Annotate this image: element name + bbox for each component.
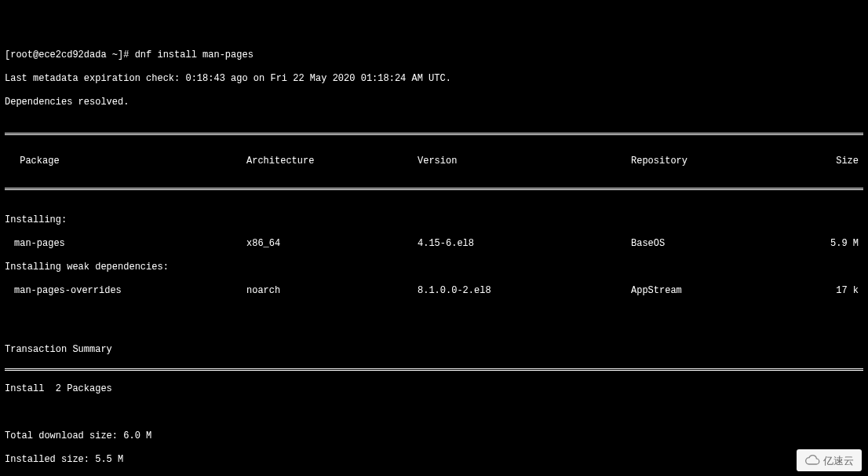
pkg-name: man-pages-overrides (5, 285, 246, 297)
blank-line (5, 320, 863, 332)
package-row: man-pages x86_64 4.15-6.el8 BaseOS 5.9 M (5, 238, 863, 250)
col-architecture: Architecture (246, 156, 418, 167)
package-row: man-pages-overrides noarch 8.1.0.0-2.el8… (5, 285, 863, 297)
pkg-size: 5.9 M (818, 238, 863, 250)
pkg-size: 17 k (818, 285, 863, 297)
pkg-arch: x86_64 (246, 238, 418, 250)
col-version: Version (418, 156, 631, 167)
tx-summary-label: Transaction Summary (5, 344, 863, 356)
blank-line (5, 407, 863, 419)
cloud-icon (804, 453, 820, 467)
col-size: Size (818, 156, 863, 167)
install-count: Install 2 Packages (5, 383, 863, 395)
rule-header-bottom (5, 188, 863, 190)
watermark-text: 亿速云 (823, 455, 854, 467)
pkg-arch: noarch (246, 285, 418, 297)
rule-summary (5, 368, 863, 371)
installing-label: Installing: (5, 214, 863, 226)
pkg-ver: 8.1.0.0-2.el8 (418, 285, 631, 297)
prompt-line: [root@ece2cd92dada ~]# dnf install man-p… (5, 49, 863, 61)
pkg-ver: 4.15-6.el8 (418, 238, 631, 250)
installed-size: Installed size: 5.5 M (5, 454, 863, 466)
col-package: Package (5, 156, 246, 167)
pkg-repo: AppStream (631, 285, 818, 297)
deps-resolved-line: Dependencies resolved. (5, 97, 863, 108)
watermark-badge: 亿速云 (797, 449, 862, 471)
typed-command[interactable]: dnf install man-pages (135, 49, 253, 60)
metadata-line: Last metadata expiration check: 0:18:43 … (5, 73, 863, 85)
total-download-size: Total download size: 6.0 M (5, 430, 863, 442)
shell-prompt: [root@ece2cd92dada ~]# (5, 49, 135, 60)
rule-top (5, 133, 863, 135)
weak-deps-label: Installing weak dependencies: (5, 262, 863, 273)
package-table-header: Package Architecture Version Repository … (5, 148, 863, 175)
col-repository: Repository (631, 156, 818, 167)
pkg-name: man-pages (5, 238, 246, 250)
pkg-repo: BaseOS (631, 238, 818, 250)
